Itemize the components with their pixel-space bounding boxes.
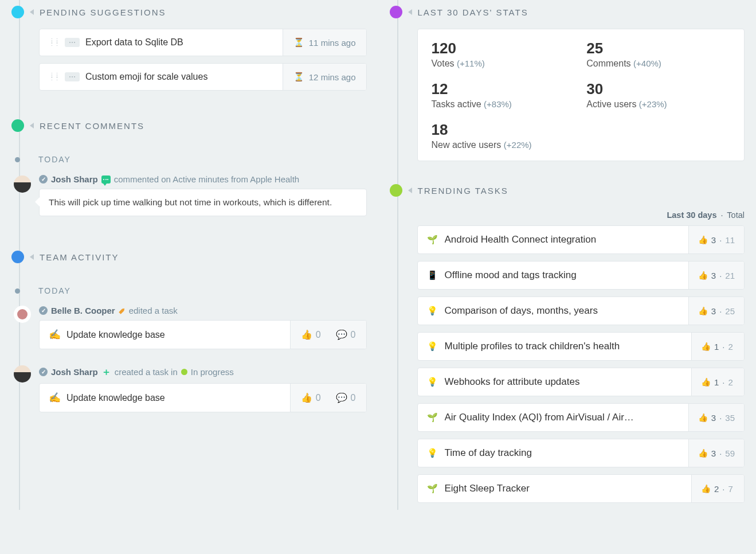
comments-count[interactable]: 💬0 [336,329,356,340]
trending-task-card[interactable]: 🌱 Android Health Connect integration 👍 3… [417,225,745,254]
task-card[interactable]: ✍️ Update knowledge base 👍0 💬0 [39,383,367,412]
task-text: Time of day tracking [445,447,532,459]
thumbs-up-icon: 👍 [698,413,708,422]
trending-filter: Last 30 days · Total [417,210,745,220]
comment-icon: 💬 [336,329,347,340]
stat-votes: 120 Votes (+11%) [432,40,575,69]
section-dot-icon [11,6,24,18]
caret-left-icon [30,254,34,260]
thumbs-up-icon: 👍 [301,329,312,340]
task-text: Webhooks for attribute updates [445,376,580,388]
trending-task-card[interactable]: 💡 Time of day tracking 👍 3 · 59 [417,439,745,467]
recent-count: 2 [714,484,719,494]
action-text: created a task in [115,367,178,377]
section-dot-icon [11,119,24,132]
suggestion-card[interactable]: ⋮⋮⋮⋮ Export data to Sqlite DB ⏳ 11 mins … [39,29,367,56]
task-emoji-icon: 📱 [427,270,438,280]
comment-icon [65,72,80,81]
task-emoji-icon: 💡 [427,341,438,352]
section-title: RECENT COMMENTS [40,121,144,131]
author-name: Belle B. Cooper [51,306,115,315]
time-badge: ⏳ 12 mins ago [283,64,366,90]
team-activity-header[interactable]: TEAM ACTIVITY [11,251,367,263]
section-title: TEAM ACTIVITY [40,252,119,262]
stat-tasks-active: 12 Tasks active (+83%) [432,80,575,110]
suggestion-text: Export data to Sqlite DB [85,37,183,48]
writing-hand-icon: ✍️ [49,392,61,404]
task-score: 👍 1 · 2 [691,368,744,396]
caret-left-icon [30,9,34,15]
filter-total[interactable]: Total [727,210,745,220]
likes-count[interactable]: 👍0 [301,392,321,403]
trending-task-card[interactable]: 🌱 Air Quality Index (AQI) from AirVisual… [417,403,745,432]
hourglass-icon: ⏳ [293,72,304,82]
task-score: 👍 2 · 7 [691,475,744,502]
avatar[interactable] [14,175,31,193]
recent-count: 1 [714,377,719,387]
pending-suggestions-header[interactable]: PENDING SUGGESTIONS [11,6,367,18]
task-emoji-icon: 🌱 [427,483,438,494]
comment-body[interactable]: This will pick up time walking but not t… [39,189,367,216]
comment-bubble-icon [101,175,111,184]
thumbs-up-icon: 👍 [698,448,708,458]
thumbs-up-icon: 👍 [698,271,708,280]
trending-task-card[interactable]: 💡 Comparison of days, months, years 👍 3 … [417,296,745,325]
total-count: 11 [725,235,735,245]
task-score: 👍 3 · 21 [688,262,744,289]
task-text: Android Health Connect integration [445,234,597,245]
recent-count: 3 [711,306,716,316]
task-text: Update knowledge base [66,330,165,340]
stats-header[interactable]: LAST 30 DAYS' STATS [390,6,745,18]
caret-left-icon [30,123,34,128]
trending-header[interactable]: TRENDING TASKS [390,184,745,197]
thumbs-up-icon: 👍 [701,377,711,387]
thumbs-up-icon: 👍 [701,342,711,351]
total-count: 7 [728,484,733,494]
task-text: Update knowledge base [66,393,165,403]
task-text: Air Quality Index (AQI) from AirVisual /… [445,412,634,423]
avatar[interactable] [14,365,31,383]
comment-icon: 💬 [336,392,347,403]
stat-new-active-users: 18 New active users (+22%) [432,121,575,150]
trending-task-card[interactable]: 🌱 Eight Sleep Tracker 👍 2 · 7 [417,474,745,503]
trending-task-card[interactable]: 💡 Webhooks for attribute updates 👍 1 · 2 [417,368,745,396]
section-title: TRENDING TASKS [418,186,508,196]
likes-count[interactable]: 👍0 [301,329,321,340]
avatar[interactable] [14,306,31,323]
pencil-icon [117,306,127,315]
task-emoji-icon: 🌱 [427,412,438,423]
suggestion-card[interactable]: ⋮⋮⋮⋮ Custom emoji for scale values ⏳ 12 … [39,63,367,91]
check-badge-icon [39,306,48,315]
task-emoji-icon: 🌱 [427,235,438,245]
trending-task-card[interactable]: 💡 Multiple profiles to track children's … [417,332,745,361]
status-label: In progress [191,367,234,377]
drag-handle-icon[interactable]: ⋮⋮⋮⋮ [49,74,59,80]
date-label: TODAY [38,286,71,295]
section-dot-icon [390,6,402,18]
trending-task-card[interactable]: 📱 Offline mood and tags tracking 👍 3 · 2… [417,261,745,290]
activity-line[interactable]: Belle B. Cooper edited a task [39,306,367,315]
recent-count: 3 [711,448,716,458]
activity-line[interactable]: Josh Sharp ＋ created a task in In progre… [39,365,367,379]
task-score: 👍 3 · 35 [688,404,744,431]
thumbs-up-icon: 👍 [698,235,708,244]
status-dot-icon [181,369,187,375]
task-text: Comparison of days, months, years [445,305,598,317]
drag-handle-icon[interactable]: ⋮⋮⋮⋮ [49,40,59,46]
caret-left-icon [408,9,412,15]
total-count: 35 [725,413,735,423]
recent-count: 1 [714,342,719,352]
date-label: TODAY [38,155,71,164]
suggestion-text: Custom emoji for scale values [85,72,207,82]
thumbs-up-icon: 👍 [701,484,711,493]
recent-comments-header[interactable]: RECENT COMMENTS [11,119,367,132]
comment-activity-line[interactable]: Josh Sharp commented on Active minutes f… [39,174,367,184]
section-title: PENDING SUGGESTIONS [40,7,166,17]
task-score: 👍 3 · 25 [688,297,744,325]
thumbs-up-icon: 👍 [301,392,312,403]
task-card[interactable]: ✍️ Update knowledge base 👍0 💬0 [39,320,367,349]
author-name: Josh Sharp [51,367,98,377]
comments-count[interactable]: 💬0 [336,392,356,403]
filter-last-30[interactable]: Last 30 days [667,210,716,220]
total-count: 21 [725,271,735,280]
